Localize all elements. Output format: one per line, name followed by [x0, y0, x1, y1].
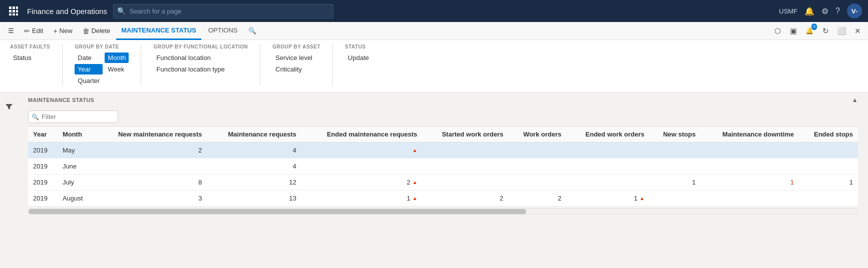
col-ended-wo: Ended work orders [566, 126, 649, 142]
table-cell [649, 158, 700, 174]
table-cell [799, 158, 858, 174]
table-cell: ▲ [301, 142, 422, 158]
group-asset-faults-title: ASSET FAULTS [10, 44, 50, 50]
date-item-week[interactable]: Week [105, 64, 129, 74]
hamburger-icon: ☰ [8, 27, 14, 34]
notification-icon[interactable]: 🔔 [804, 6, 814, 16]
table-row[interactable]: 2019June4 [28, 158, 858, 174]
table-cell: May [58, 142, 94, 158]
table-cell [566, 158, 649, 174]
user-avatar[interactable]: V- [847, 4, 862, 18]
new-icon: + [53, 27, 57, 35]
table-cell [701, 142, 799, 158]
col-year: Year [28, 126, 58, 142]
settings-icon[interactable]: ⚙ [821, 6, 828, 16]
asset-faults-status[interactable]: Status [10, 52, 50, 63]
table-row[interactable]: 2019May24▲ [28, 142, 858, 158]
table-cell: 2019 [28, 142, 58, 158]
table-cell [509, 142, 567, 158]
svg-rect-1 [13, 6, 15, 9]
office-icon[interactable]: ▣ [787, 24, 800, 38]
group-by-functional: GROUP BY FUNCTIONAL LOCATION Functional … [153, 44, 260, 86]
date-item-quarter[interactable]: Quarter [75, 76, 103, 86]
svg-rect-4 [13, 10, 15, 12]
edit-label: Edit [32, 27, 43, 34]
group-by-date-title: GROUP BY DATE [75, 44, 129, 50]
status-items: Update [345, 52, 373, 63]
asset-faults-items: Status [10, 52, 50, 63]
content-header: MAINTENANCE STATUS ▲ [18, 92, 868, 108]
functional-location-item[interactable]: Functional location [153, 52, 248, 63]
refresh-icon[interactable]: ↻ [819, 24, 832, 38]
section-title: MAINTENANCE STATUS [28, 97, 94, 103]
table-cell [701, 190, 799, 206]
svg-rect-2 [16, 6, 18, 9]
tab-options[interactable]: OPTIONS [203, 22, 243, 40]
collapse-icon[interactable]: ▲ [852, 96, 858, 104]
search-input[interactable] [113, 4, 333, 18]
svg-rect-8 [16, 14, 18, 16]
table-cell: 1 [799, 174, 858, 190]
new-button[interactable]: + New [49, 24, 76, 38]
user-label: USMF [779, 8, 797, 15]
top-nav-right: USMF 🔔 ⚙ ? V- [779, 4, 862, 18]
col-wo: Work orders [509, 126, 567, 142]
table-cell: 2019 [28, 174, 58, 190]
col-month: Month [58, 126, 94, 142]
table-cell: 1 ▲ [566, 190, 649, 206]
new-label: New [60, 27, 73, 34]
criticality-item[interactable]: Criticality [272, 64, 320, 74]
ribbon-bar: ☰ ✏ Edit + New 🗑 Delete MAINTENANCE STAT… [0, 22, 868, 40]
scrollbar[interactable] [28, 208, 858, 214]
table-cell: August [58, 190, 94, 206]
filter-search-icon: 🔍 [32, 114, 39, 120]
svg-rect-0 [9, 6, 12, 9]
group-by-asset: GROUP BY ASSET Service level Criticality [272, 44, 333, 86]
filter-bar: 🔍 [18, 108, 868, 126]
edit-button[interactable]: ✏ Edit [20, 24, 47, 38]
help-icon[interactable]: ? [835, 6, 840, 16]
date-item-month[interactable]: Month [105, 52, 129, 63]
table-cell [566, 174, 649, 190]
table-cell: July [58, 174, 94, 190]
table-row[interactable]: 2019August3131 ▲221 ▲ [28, 190, 858, 206]
pin-icon[interactable]: ⬡ [771, 24, 784, 38]
group-status: STATUS Update [345, 44, 385, 86]
col-maint-downtime: Maintenance downtime [701, 126, 799, 142]
table-body: 2019May24▲2019June42019July8122 ▲1112019… [28, 142, 858, 206]
table-header-row: Year Month New maintenance requests Main… [28, 126, 858, 142]
date-item-date[interactable]: Date [75, 52, 103, 63]
col-ended-stops: Ended stops [799, 126, 858, 142]
service-level-item[interactable]: Service level [272, 52, 320, 63]
tab-search-icon[interactable]: 🔍 [244, 24, 260, 38]
date-item-year[interactable]: Year [75, 64, 103, 74]
status-update-item[interactable]: Update [345, 52, 373, 63]
expand-icon[interactable]: ☰ [4, 24, 18, 38]
edit-icon: ✏ [24, 27, 30, 35]
app-title: Finance and Operations [27, 7, 107, 16]
table-cell: 3 [94, 190, 207, 206]
filter-icon[interactable] [3, 100, 15, 112]
search-ribbon-icon: 🔍 [248, 27, 256, 34]
delete-label: Delete [92, 27, 111, 34]
group-by-functional-title: GROUP BY FUNCTIONAL LOCATION [153, 44, 248, 50]
delete-icon: 🗑 [83, 27, 90, 35]
new-window-icon[interactable]: ⬜ [835, 24, 848, 38]
grid-menu-icon[interactable] [6, 6, 21, 16]
filter-input[interactable] [28, 110, 118, 123]
svg-rect-5 [16, 10, 18, 12]
table-row[interactable]: 2019July8122 ▲111 [28, 174, 858, 190]
close-icon[interactable]: ✕ [851, 24, 864, 38]
table-wrapper: Year Month New maintenance requests Main… [18, 126, 868, 206]
svg-rect-7 [13, 14, 15, 16]
table-cell: 8 [94, 174, 207, 190]
table-cell [422, 142, 509, 158]
main-content: MAINTENANCE STATUS ▲ 🔍 Year Month New ma… [18, 92, 868, 214]
maintenance-table: Year Month New maintenance requests Main… [28, 126, 858, 206]
badge-icon[interactable]: 🔔 0 [803, 24, 816, 38]
table-cell [566, 142, 649, 158]
tab-maintenance-status[interactable]: MAINTENANCE STATUS [116, 22, 201, 40]
table-cell: 12 [207, 174, 301, 190]
delete-button[interactable]: 🗑 Delete [79, 24, 115, 38]
functional-location-type-item[interactable]: Functional location type [153, 64, 248, 74]
